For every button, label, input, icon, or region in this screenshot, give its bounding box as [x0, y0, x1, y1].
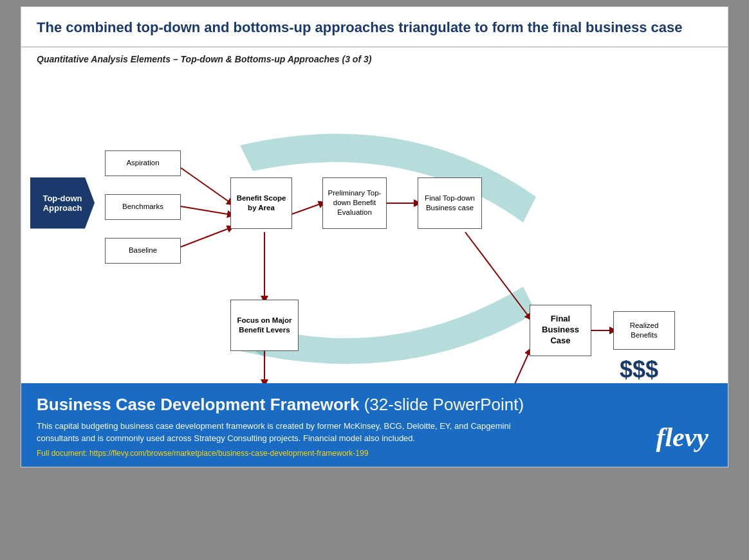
svg-line-2 — [181, 206, 231, 215]
final-business-box: Final Business Case — [530, 305, 591, 356]
bottom-title-thin: (32-slide PowerPoint) — [359, 395, 524, 414]
diagram-area: Top-down Approach Aspiration Benchmarks … — [21, 68, 728, 383]
page-title: The combined top-down and bottoms-up app… — [37, 19, 712, 37]
benchmarks-box: Benchmarks — [105, 194, 181, 220]
subtitle-section: Quantitative Analysis Elements – Top-dow… — [21, 48, 728, 68]
svg-line-4 — [290, 203, 322, 215]
final-topdown-box: Final Top-down Business case — [418, 177, 482, 229]
dollar-sign: $$$ — [620, 356, 658, 383]
svg-line-3 — [181, 228, 231, 247]
preliminary-box: Preliminary Top-down Benefit Evaluation — [322, 177, 387, 229]
svg-line-6 — [465, 232, 530, 318]
svg-line-13 — [495, 351, 530, 383]
baseline-box: Baseline — [105, 238, 181, 264]
bottom-title-bold: Business Case Development Framework — [37, 395, 359, 414]
focus-major-box: Focus on Major Benefit Levers — [230, 300, 299, 351]
realized-benefits-box: Realized Benefits — [613, 311, 675, 350]
bottom-title: Business Case Development Framework (32-… — [37, 395, 712, 415]
outer-wrapper: The combined top-down and bottoms-up app… — [21, 6, 728, 467]
bottom-section: Business Case Development Framework (32-… — [21, 383, 728, 467]
bottom-link[interactable]: Full document: https://flevy.com/browse/… — [37, 449, 712, 458]
flevy-logo: flevy — [656, 422, 708, 453]
benefit-scope-box: Benefit Scope by Area — [230, 177, 292, 229]
subtitle: Quantitative Analysis Elements – Top-dow… — [37, 54, 712, 64]
topdown-approach-label: Top-down Approach — [30, 177, 95, 229]
svg-line-1 — [181, 168, 231, 203]
aspiration-box: Aspiration — [105, 150, 181, 176]
bottom-description: This capital budgeting business case dev… — [37, 420, 526, 445]
title-section: The combined top-down and bottoms-up app… — [21, 7, 728, 48]
